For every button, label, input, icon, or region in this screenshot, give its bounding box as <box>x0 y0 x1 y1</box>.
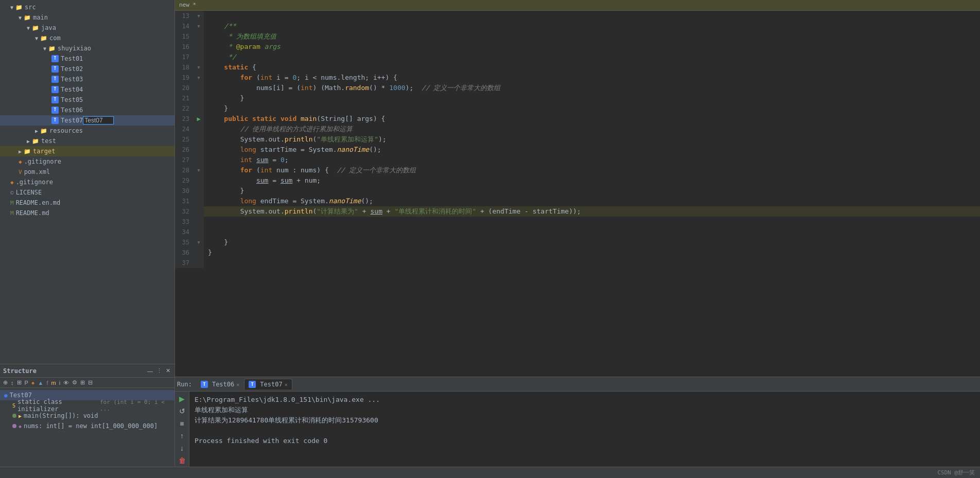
output-line-exit: Process finished with exit code 0 <box>195 436 975 446</box>
structure-title: Structure <box>3 367 37 375</box>
fold-icon[interactable]: ▼ <box>197 62 200 73</box>
gear-button[interactable]: ⚙ <box>71 379 78 386</box>
chevron-down-icon: ▼ <box>19 15 22 21</box>
run-tab-Test07[interactable]: T Test07 ✕ <box>244 379 292 390</box>
run-tab-Test06[interactable]: T Test06 ✕ <box>196 379 244 390</box>
tree-item-test[interactable]: ▶ 📁 test <box>0 136 174 146</box>
locate-icon-button[interactable]: ⊕ <box>2 379 9 386</box>
method-icon-m: ▶ <box>19 413 22 419</box>
line-number: 26 <box>175 145 194 155</box>
struct-item-nums-field[interactable]: ◆ nums: int[] = new int[1_000_000_000] <box>0 421 174 431</box>
close-structure-button[interactable]: ✕ <box>165 367 171 375</box>
folder-icon: 📁 <box>40 35 47 42</box>
tree-item-resources[interactable]: ▶ 📁 resources <box>0 126 174 136</box>
eye-button[interactable]: 👁 <box>62 379 70 386</box>
field-filter-button[interactable]: f <box>45 379 49 386</box>
public-filter-button[interactable]: P <box>24 379 29 386</box>
run-content: ▶ ↺ ■ ↑ ↓ 🗑 E:\Program_Files\jdk1.8.0_15… <box>175 392 980 467</box>
tree-item-gitignore-root[interactable]: ◆ .gitignore <box>0 177 174 187</box>
gutter-cell <box>194 247 204 258</box>
tree-item-Test07[interactable]: T Test07 <box>0 115 174 126</box>
tree-item-target[interactable]: ▶ 📁 target <box>0 146 174 156</box>
rename-input[interactable] <box>83 116 114 125</box>
tree-item-Test02[interactable]: T Test02 <box>0 64 174 74</box>
bottom-panel: Run: T Test06 ✕ T Test07 ✕ ▶ ↺ ■ ↑ <box>175 377 980 467</box>
folder-icon: 📁 <box>24 14 31 21</box>
line-content: } <box>204 93 980 103</box>
tree-item-readme-cn[interactable]: M README.md <box>0 208 174 218</box>
tree-item-src[interactable]: ▼ 📁 src <box>0 2 174 12</box>
tree-item-gitignore-inner[interactable]: ◆ .gitignore <box>0 156 174 167</box>
tree-item-com[interactable]: ▼ 📁 com <box>0 33 174 43</box>
tree-item-pom-xml[interactable]: V pom.xml <box>0 167 174 177</box>
struct-label: Test07 <box>10 392 32 399</box>
code-line-22: 22 } <box>175 103 980 114</box>
left-panel: ▼ 📁 src ▼ 📁 main ▼ 📁 java ▼ <box>0 0 175 467</box>
minimize-structure-button[interactable]: — <box>146 367 154 375</box>
code-scroll[interactable]: 13 ▼ 14 ▼ /** <box>175 11 980 377</box>
tree-label: Test04 <box>61 86 83 93</box>
code-line-31: 31 long endTime = System.nanoTime(); <box>175 196 980 206</box>
stop-button[interactable]: ■ <box>177 418 188 429</box>
scroll-up-button[interactable]: ↑ <box>177 431 188 441</box>
output-line-blank <box>195 426 975 436</box>
struct-item-main-method[interactable]: ▶ main(String[]): void <box>0 411 174 421</box>
fold-icon[interactable]: ▼ <box>197 73 200 83</box>
expand-button[interactable]: ⊞ <box>79 379 86 386</box>
code-line-21: 21 } <box>175 93 980 103</box>
scroll-down-button[interactable]: ↓ <box>177 443 188 453</box>
run-button[interactable]: ▶ <box>177 394 188 404</box>
tree-item-readme-en[interactable]: M README.en.md <box>0 198 174 208</box>
gutter-cell <box>194 175 204 186</box>
protected-filter-button[interactable]: ▲ <box>37 379 45 386</box>
line-number: 34 <box>175 227 194 237</box>
tree-item-Test03[interactable]: T Test03 <box>0 74 174 84</box>
tree-item-Test01[interactable]: T Test01 <box>0 54 174 64</box>
gutter-cell[interactable]: ▶ <box>194 114 204 124</box>
fold-icon[interactable]: ▼ <box>197 237 200 247</box>
struct-item-static-init[interactable]: S static class initializer for (int i = … <box>0 400 174 411</box>
tree-item-main[interactable]: ▼ 📁 main <box>0 12 174 23</box>
tree-item-license[interactable]: © LICENSE <box>0 187 174 198</box>
tree-item-java[interactable]: ▼ 📁 java <box>0 23 174 33</box>
tree-item-shuyixiao[interactable]: ▼ 📁 shuyixiao <box>0 43 174 54</box>
run-output[interactable]: E:\Program_Files\jdk1.8.0_151\bin\java.e… <box>189 392 980 467</box>
xml-icon: V <box>19 169 22 175</box>
line-content: static { <box>204 62 980 73</box>
method-filter-button[interactable]: m <box>50 379 57 386</box>
close-icon[interactable]: ✕ <box>236 382 239 387</box>
code-line-18: 18 ▼ static { <box>175 62 980 73</box>
gutter-cell <box>194 31 204 42</box>
tree-item-Test04[interactable]: T Test04 <box>0 84 174 95</box>
structure-content[interactable]: ● Test07 S static class initializer for … <box>0 388 174 467</box>
tree-item-Test05[interactable]: T Test05 <box>0 95 174 105</box>
collapse-button[interactable]: ⊟ <box>87 379 94 386</box>
code-lines: 13 ▼ 14 ▼ /** <box>175 11 980 268</box>
clear-button[interactable]: 🗑 <box>177 455 188 466</box>
code-line-37: 37 <box>175 258 980 268</box>
sort-alpha-button[interactable]: ↕ <box>10 379 15 386</box>
fold-icon[interactable]: ▼ <box>197 11 200 21</box>
status-text: CSDN @舒一笑 <box>937 469 975 476</box>
settings-structure-button[interactable]: ⋮ <box>155 367 163 375</box>
gutter-cell <box>194 103 204 114</box>
fold-icon[interactable]: ▼ <box>197 21 200 31</box>
run-icon[interactable]: ▶ <box>197 114 200 124</box>
code-line-34: 34 <box>175 227 980 237</box>
private-filter-button[interactable]: ● <box>30 379 36 386</box>
fold-icon[interactable]: ▼ <box>197 165 200 175</box>
code-line-26: 26 long startTime = System.nanoTime(); <box>175 145 980 155</box>
line-content: * 为数组填充值 <box>204 31 980 42</box>
line-content <box>204 258 980 268</box>
line-number: 18 <box>175 62 194 73</box>
inner-filter-button[interactable]: i <box>58 379 61 386</box>
file-tree[interactable]: ▼ 📁 src ▼ 📁 main ▼ 📁 java ▼ <box>0 0 174 364</box>
sort-type-button[interactable]: ⊞ <box>16 379 23 386</box>
diamond-icon: ◆ <box>19 158 22 165</box>
tree-item-Test06[interactable]: T Test06 <box>0 105 174 115</box>
field-icon <box>12 424 16 428</box>
rerun-button[interactable]: ↺ <box>177 406 188 416</box>
close-icon[interactable]: ✕ <box>285 382 288 387</box>
chevron-down-icon: ▼ <box>35 36 38 41</box>
line-number: 28 <box>175 165 194 175</box>
